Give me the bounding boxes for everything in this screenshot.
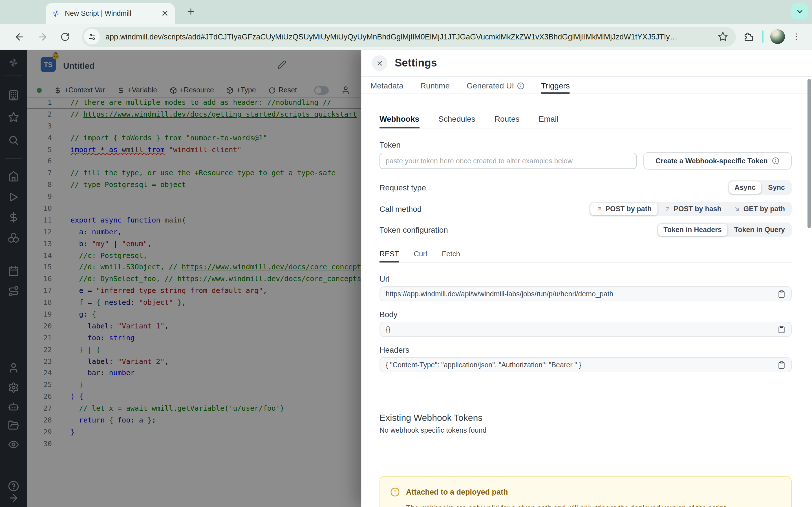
url-text[interactable]: app.windmill.dev/scripts/add#JTdCJTIyaGF…	[105, 33, 712, 41]
info-icon	[772, 157, 779, 165]
option-async[interactable]: Async	[729, 181, 761, 194]
screen: New Script | Windmill app.windmill.dev/s…	[0, 0, 812, 507]
option-sync[interactable]: Sync	[762, 181, 791, 194]
settings-drawer: Settings MetadataRuntimeGenerated UITrig…	[361, 50, 812, 507]
tab-triggers[interactable]: Triggers	[541, 81, 570, 94]
option-get-by-path[interactable]: GET by path	[728, 203, 791, 215]
settings-title: Settings	[395, 57, 437, 69]
call-method-label: Call method	[379, 205, 421, 214]
tab-generated-ui[interactable]: Generated UI	[467, 81, 524, 94]
address-bar[interactable]: app.windmill.dev/scripts/add#JTdCJTIyaGF…	[82, 27, 736, 47]
warning-header: Attached to a deployed path	[390, 487, 781, 497]
example-tab-rest[interactable]: REST	[379, 249, 399, 263]
request-type-segmented: AsyncSync	[728, 180, 792, 195]
headers-label: Headers	[379, 345, 792, 354]
forward-icon[interactable]	[37, 31, 48, 42]
call-method-row: Call method POST by pathPOST by hashGET …	[379, 201, 792, 217]
create-webhook-token-button[interactable]: Create a Webhook-specific Token	[644, 152, 792, 170]
trigger-tab-webhooks[interactable]: Webhooks	[379, 114, 419, 128]
new-tab-icon[interactable]	[186, 7, 196, 16]
browser-toolbar: app.windmill.dev/scripts/add#JTdCJTIyaGF…	[0, 24, 812, 50]
tab-title: New Script | Windmill	[65, 9, 161, 17]
deployed-path-warning: Attached to a deployed path The webhooks…	[379, 476, 792, 507]
info-icon	[517, 82, 524, 89]
trigger-tab-email[interactable]: Email	[539, 114, 559, 128]
chevron-down-icon	[795, 7, 804, 15]
drawer-scrollbar[interactable]	[808, 79, 811, 228]
copy-icon[interactable]	[777, 325, 785, 333]
option-post-by-path[interactable]: POST by path	[590, 203, 657, 215]
url-value: https://app.windmill.dev/api/w/windmill-…	[386, 290, 613, 298]
modal-backdrop[interactable]	[0, 50, 361, 507]
app-viewport: TS 👶 Untitled +Context Var+Variable+Reso…	[0, 50, 812, 507]
tab-group-indicator	[762, 31, 763, 43]
option-token-in-headers[interactable]: Token in Headers	[658, 224, 727, 236]
tab-close-icon[interactable]	[161, 9, 169, 17]
alert-icon	[390, 487, 400, 497]
body-label: Body	[379, 310, 792, 319]
request-type-label: Request type	[379, 183, 426, 192]
arrow-down-right-icon	[734, 206, 741, 212]
token-input[interactable]	[379, 153, 637, 169]
existing-tokens-title: Existing Webhook Tokens	[379, 413, 792, 423]
headers-value: { "Content-Type": "application/json", "A…	[386, 361, 581, 369]
trigger-tab-routes[interactable]: Routes	[495, 114, 520, 128]
settings-body: WebhooksSchedulesRoutesEmail Token Creat…	[361, 94, 812, 507]
url-label: Url	[379, 274, 792, 283]
token-config-row: Token configuration Token in HeadersToke…	[379, 221, 792, 238]
headers-field[interactable]: { "Content-Type": "application/json", "A…	[379, 357, 792, 372]
settings-tabs: MetadataRuntimeGenerated UITriggers	[361, 76, 812, 94]
existing-tokens-empty: No webhook specific tokens found	[379, 427, 792, 434]
token-config-label: Token configuration	[379, 225, 448, 234]
body-field[interactable]: {}	[379, 322, 792, 337]
windmill-favicon	[51, 9, 60, 18]
close-button[interactable]	[371, 55, 388, 71]
warning-title: Attached to a deployed path	[406, 488, 508, 496]
settings-header: Settings	[361, 50, 812, 76]
example-tab-curl[interactable]: Curl	[414, 249, 427, 263]
option-token-in-query[interactable]: Token in Query	[728, 224, 791, 236]
window-chevron-button[interactable]	[791, 3, 808, 19]
browser-tab[interactable]: New Script | Windmill	[46, 3, 175, 24]
browser-menu-icon[interactable]	[792, 32, 801, 41]
token-label: Token	[379, 140, 792, 149]
browser-tabstrip: New Script | Windmill	[0, 0, 812, 24]
trigger-tabs: WebhooksSchedulesRoutesEmail	[379, 114, 792, 128]
site-settings-icon[interactable]	[84, 29, 100, 45]
warning-text: The webhooks are only valid for a given …	[406, 504, 781, 507]
copy-icon[interactable]	[777, 290, 785, 298]
url-field[interactable]: https://app.windmill.dev/api/w/windmill-…	[379, 286, 792, 301]
tab-runtime[interactable]: Runtime	[420, 81, 450, 94]
tab-metadata[interactable]: Metadata	[370, 81, 403, 94]
request-type-row: Request type AsyncSync	[379, 179, 792, 196]
copy-icon[interactable]	[777, 361, 785, 369]
call-method-segmented: POST by pathPOST by hashGET by path	[589, 202, 792, 216]
back-icon[interactable]	[14, 31, 25, 42]
create-webhook-token-label: Create a Webhook-specific Token	[656, 157, 768, 165]
trigger-tab-schedules[interactable]: Schedules	[439, 114, 475, 128]
extensions-icon[interactable]	[744, 32, 754, 42]
token-row: Create a Webhook-specific Token	[379, 152, 792, 170]
body-value: {}	[386, 325, 391, 333]
option-post-by-hash[interactable]: POST by hash	[658, 203, 727, 215]
arrow-up-right-icon	[596, 206, 603, 212]
example-tabs: RESTCurlFetch	[379, 249, 792, 263]
arrow-up-right-icon	[664, 206, 671, 212]
reload-icon[interactable]	[60, 32, 70, 41]
example-tab-fetch[interactable]: Fetch	[442, 249, 460, 263]
profile-avatar[interactable]	[770, 29, 785, 44]
bookmark-star-icon[interactable]	[718, 32, 728, 42]
token-config-segmented: Token in HeadersToken in Query	[657, 223, 792, 237]
